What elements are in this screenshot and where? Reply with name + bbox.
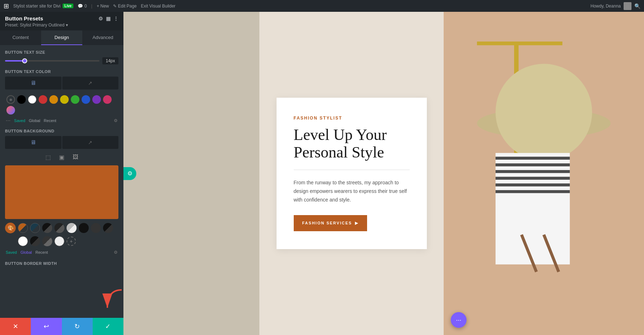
palette-swatch-8[interactable] — [103, 223, 113, 233]
bg-color-pick-left[interactable]: 🖥 — [5, 136, 62, 149]
palette-add-btn[interactable]: + — [67, 237, 76, 246]
btn-text-size-label: Button Text Size — [5, 50, 118, 54]
swatch-purple[interactable] — [92, 95, 101, 104]
palette-swatch-4[interactable] — [54, 223, 64, 233]
mini-tab-saved[interactable]: Saved — [14, 118, 25, 123]
user-greeting: Howdy, Deanna 🔍 — [591, 2, 641, 10]
palette-swatch-1[interactable] — [18, 223, 28, 233]
palette-swatch-5[interactable] — [67, 223, 77, 233]
tab-advanced[interactable]: Advanced — [82, 30, 123, 45]
color-swatch-row: ⊕ — [5, 92, 118, 117]
palette-swatch-light[interactable] — [54, 236, 64, 246]
palette-swatch-dark2[interactable] — [42, 236, 52, 246]
mini-gear-bottom[interactable]: ⚙ — [114, 250, 118, 255]
slider-thumb[interactable] — [22, 58, 27, 63]
swatch-blue[interactable] — [82, 95, 90, 104]
swatch-red[interactable] — [39, 95, 47, 104]
bg-color-preview — [5, 165, 118, 219]
swatch-gradient[interactable] — [6, 106, 15, 115]
mini-tab-recent-bottom[interactable]: Recent — [35, 250, 48, 254]
swatch-yellow[interactable] — [60, 95, 69, 104]
palette-swatch-6[interactable] — [79, 223, 89, 233]
mini-dots[interactable]: ··· — [6, 117, 10, 124]
bg-color-pick-right[interactable]: ↗ — [62, 136, 119, 149]
search-icon[interactable]: 🔍 — [634, 3, 640, 9]
palette-swatch-dark1[interactable] — [30, 236, 40, 246]
bg-monitor-icon: 🖥 — [30, 139, 36, 146]
palette-swatch-white[interactable] — [18, 236, 28, 246]
divi-toggle-btn[interactable]: ⚙ — [123, 167, 136, 180]
hero-image-svg — [444, 12, 644, 335]
tab-content[interactable]: Content — [0, 30, 41, 45]
cancel-icon: ✕ — [13, 322, 18, 330]
wordpress-icon[interactable]: ⊞ — [4, 2, 9, 10]
panel-grid-icon[interactable]: ▦ — [106, 16, 111, 21]
mini-tab-global[interactable]: Global — [29, 118, 40, 123]
bg-image-icon[interactable]: 🖼 — [70, 152, 81, 162]
swatch-black[interactable] — [17, 95, 26, 104]
mini-gear-icon[interactable]: ⚙ — [114, 118, 118, 123]
fashion-services-button[interactable]: FASHION SERVICES ▶ — [294, 215, 367, 231]
mini-tab-saved-bottom[interactable]: Saved — [6, 250, 17, 254]
arrow-svg — [100, 286, 129, 315]
panel-more-icon[interactable]: ⋮ — [113, 16, 118, 21]
svg-rect-9 — [496, 170, 570, 173]
exit-builder-button[interactable]: Exit Visual Builder — [141, 4, 176, 9]
preset-label: Preset: Stylist Primary Outlined — [5, 23, 64, 28]
btn-text-size-slider-row: 14px — [5, 57, 118, 64]
btn-text-color-label: Button Text Color — [5, 69, 118, 74]
hero-image: ··· — [444, 12, 644, 335]
main-layout: Button Presets ⚙ ▦ ⋮ Preset: Stylist Pri… — [0, 12, 644, 335]
bg-fill-icon[interactable]: ⬚ — [43, 152, 54, 162]
palette-swatch-7[interactable] — [91, 223, 101, 233]
swatch-orange[interactable] — [49, 95, 58, 104]
btn-text-size-track[interactable] — [5, 60, 99, 62]
eyedropper-btn[interactable]: ⊕ — [6, 95, 15, 104]
mini-tab-recent[interactable]: Recent — [44, 118, 56, 123]
panel-content: Button Text Size 14px Button Text Color … — [0, 45, 123, 318]
bg-gradient-icon[interactable]: ▣ — [57, 152, 67, 162]
swatch-green[interactable] — [71, 95, 79, 104]
svg-point-5 — [496, 64, 592, 160]
new-label: + New — [97, 4, 109, 9]
swatch-white[interactable] — [28, 95, 36, 104]
bg-type-row: ⬚ ▣ 🖼 — [5, 152, 118, 162]
color-pick-left[interactable]: 🖥 — [5, 77, 62, 89]
panel-title-icons: ⚙ ▦ ⋮ — [98, 16, 118, 21]
panel-settings-icon[interactable]: ⚙ — [98, 16, 103, 21]
divi-icon: ⚙ — [127, 170, 132, 177]
right-image-area: ··· — [444, 12, 644, 335]
panel-tabs: Content Design Advanced — [0, 30, 123, 45]
image-fab[interactable]: ··· — [451, 312, 467, 328]
comment-count: 0 — [84, 4, 87, 9]
svg-rect-8 — [496, 163, 570, 166]
undo-button[interactable]: ↩ — [31, 318, 62, 335]
edit-page-button[interactable]: ✎ Edit Page — [113, 4, 136, 9]
mini-tab-global-bottom[interactable]: Global — [20, 250, 32, 254]
palette-swatch-2[interactable] — [30, 223, 40, 233]
save-button[interactable]: ✓ — [93, 318, 123, 335]
redo-button[interactable]: ↻ — [62, 318, 93, 335]
palette-swatch-3[interactable] — [42, 223, 52, 233]
svg-rect-12 — [496, 190, 570, 193]
svg-rect-10 — [496, 177, 570, 180]
palette-icon-row: 🎨 — [5, 223, 118, 233]
active-color-icon[interactable]: 🎨 — [5, 223, 16, 233]
cancel-button[interactable]: ✕ — [0, 318, 31, 335]
swatch-pink[interactable] — [103, 95, 112, 104]
svg-rect-11 — [496, 184, 570, 186]
btn-text-color-row: 🖥 ↗ — [5, 77, 118, 89]
site-name: Stylist starter site for Divi — [13, 4, 60, 9]
right-content: ⚙ FASHION STYLIST Level Up Your Personal… — [123, 12, 644, 335]
tab-design[interactable]: Design — [41, 30, 82, 45]
comments-link[interactable]: 💬 0 — [78, 4, 87, 9]
preset-dropdown-icon[interactable]: ▾ — [66, 23, 68, 28]
slider-value[interactable]: 14px — [102, 57, 118, 64]
color-arrow-icon: ↗ — [88, 80, 92, 86]
undo-icon: ↩ — [44, 322, 49, 330]
panel-preset: Preset: Stylist Primary Outlined ▾ — [5, 23, 118, 28]
color-pick-right[interactable]: ↗ — [62, 77, 119, 89]
comment-icon: 💬 — [78, 4, 83, 9]
new-button[interactable]: + New — [97, 4, 109, 9]
bg-arrow-icon: ↗ — [88, 140, 92, 145]
